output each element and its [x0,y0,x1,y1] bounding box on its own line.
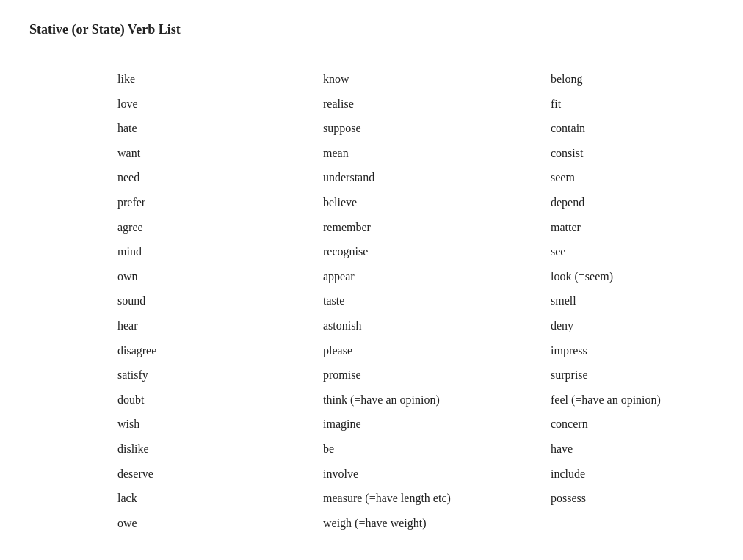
list-item: realise [323,92,551,117]
list-item: own [117,264,323,289]
list-item: include [551,462,743,487]
list-item: recognise [323,239,551,264]
list-item: mind [117,239,323,264]
list-item: know [323,67,551,92]
list-item: have [551,437,743,462]
list-item: doubt [117,388,323,412]
list-item: measure (=have length etc) [323,486,551,511]
list-item: be [323,437,551,462]
list-item: remember [323,215,551,240]
list-item: feel (=have an opinion) [551,388,743,412]
list-item: consist [551,141,743,166]
list-item: disagree [117,338,323,363]
list-item: fit [551,92,743,117]
list-item: smell [551,288,743,313]
page-title: Stative (or State) Verb List [29,22,714,37]
list-item: sound [117,288,323,313]
list-item: involve [323,462,551,487]
list-item: love [117,92,323,117]
list-item: please [323,338,551,363]
list-item: contain [551,116,743,141]
list-item: surprise [551,363,743,388]
list-item: taste [323,288,551,313]
list-item: impress [551,338,743,363]
list-item: deny [551,313,743,338]
list-item: mean [323,141,551,166]
list-item: owe [117,511,323,536]
list-item: concern [551,412,743,437]
list-item: agree [117,215,323,240]
list-item: like [117,67,323,92]
list-item: look (=seem) [551,264,743,289]
list-item: prefer [117,190,323,215]
list-item: imagine [323,412,551,437]
list-item: belong [551,67,743,92]
list-item: dislike [117,437,323,462]
list-item: understand [323,165,551,190]
list-item: promise [323,363,551,388]
list-item: suppose [323,116,551,141]
list-item: hear [117,313,323,338]
list-item: lack [117,486,323,511]
word-grid: likeknowbelongloverealisefithatesupposec… [117,67,714,535]
list-item: believe [323,190,551,215]
list-item: appear [323,264,551,289]
list-item: think (=have an opinion) [323,388,551,412]
list-item: depend [551,190,743,215]
list-item: weigh (=have weight) [323,511,551,536]
list-item: see [551,239,743,264]
list-item: hate [117,116,323,141]
list-item: wish [117,412,323,437]
list-item: satisfy [117,363,323,388]
list-item: seem [551,165,743,190]
list-item [551,511,743,536]
list-item: deserve [117,462,323,487]
list-item: astonish [323,313,551,338]
list-item: want [117,141,323,166]
list-item: possess [551,486,743,511]
list-item: need [117,165,323,190]
list-item: matter [551,215,743,240]
